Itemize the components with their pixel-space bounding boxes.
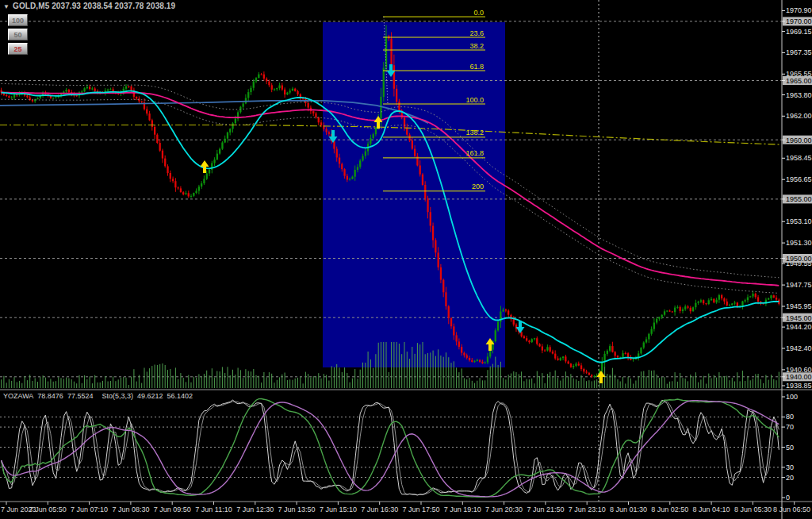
svg-text:1969.15: 1969.15 bbox=[786, 28, 812, 36]
svg-text:7 Jun 07:10: 7 Jun 07:10 bbox=[71, 506, 108, 513]
svg-text:8 Jun 06:50: 8 Jun 06:50 bbox=[773, 506, 810, 513]
svg-text:8 Jun 02:50: 8 Jun 02:50 bbox=[651, 506, 688, 513]
svg-text:1960.00: 1960.00 bbox=[786, 136, 812, 144]
svg-text:1962.00: 1962.00 bbox=[786, 112, 812, 120]
svg-text:8 Jun 05:30: 8 Jun 05:30 bbox=[734, 506, 772, 513]
svg-text:7 Jun 09:50: 7 Jun 09:50 bbox=[154, 506, 191, 513]
svg-text:7 Jun 17:50: 7 Jun 17:50 bbox=[402, 506, 439, 513]
svg-text:23.6: 23.6 bbox=[469, 29, 484, 37]
svg-text:7 Jun 21:50: 7 Jun 21:50 bbox=[527, 506, 564, 513]
svg-text:38.2: 38.2 bbox=[469, 42, 484, 50]
svg-text:1947.75: 1947.75 bbox=[786, 281, 812, 289]
svg-text:1945.95: 1945.95 bbox=[786, 302, 812, 310]
svg-text:80: 80 bbox=[786, 413, 794, 421]
indicator-header: YOZAWA78.847677.5524Sto(5,3,3)49.621256.… bbox=[3, 392, 197, 400]
svg-text:100.0: 100.0 bbox=[465, 96, 484, 104]
indicator-name: YOZAWA bbox=[3, 392, 33, 400]
svg-text:1940.00: 1940.00 bbox=[786, 373, 812, 381]
preset-button-100[interactable]: 100 bbox=[8, 14, 28, 26]
svg-text:7 Jun 11:10: 7 Jun 11:10 bbox=[195, 506, 232, 513]
stochastic-value-1: 49.6212 bbox=[137, 392, 163, 400]
up-arrow-icon bbox=[597, 371, 606, 383]
svg-text:1956.65: 1956.65 bbox=[786, 175, 812, 183]
svg-text:1965.00: 1965.00 bbox=[786, 77, 812, 85]
svg-text:1953.10: 1953.10 bbox=[786, 217, 812, 225]
svg-text:138.2: 138.2 bbox=[465, 129, 484, 136]
svg-text:1950.00: 1950.00 bbox=[786, 255, 812, 263]
svg-text:70: 70 bbox=[786, 423, 794, 431]
stochastic-value-2: 56.1402 bbox=[167, 392, 193, 400]
svg-text:7 Jun 19:10: 7 Jun 19:10 bbox=[444, 506, 481, 513]
indicator-value-1: 78.8476 bbox=[37, 392, 63, 400]
svg-text:1967.35: 1967.35 bbox=[786, 48, 812, 56]
chart-title-bar: ▼GOLD,M5 2037.93 2038.54 2037.78 2038.19 bbox=[3, 2, 175, 10]
svg-text:200: 200 bbox=[472, 183, 484, 190]
preset-button-50[interactable]: 50 bbox=[8, 29, 28, 40]
up-arrow-icon bbox=[201, 160, 209, 173]
svg-text:20: 20 bbox=[786, 474, 794, 482]
svg-text:100: 100 bbox=[786, 393, 798, 401]
svg-text:7 Jun 05:50: 7 Jun 05:50 bbox=[29, 506, 67, 513]
svg-text:7 Jun 23:10: 7 Jun 23:10 bbox=[569, 506, 606, 513]
svg-text:50: 50 bbox=[786, 444, 794, 452]
svg-text:7 Jun 12:30: 7 Jun 12:30 bbox=[236, 506, 274, 513]
svg-text:1970.90: 1970.90 bbox=[786, 6, 812, 14]
svg-text:30: 30 bbox=[786, 463, 794, 471]
svg-text:1938.85: 1938.85 bbox=[786, 382, 812, 390]
svg-text:7 Jun 20:30: 7 Jun 20:30 bbox=[485, 506, 523, 513]
chart-title: GOLD,M5 2037.93 2038.54 2037.78 2038.19 bbox=[13, 2, 175, 10]
indicator-value-2: 77.5524 bbox=[67, 392, 94, 400]
chart-canvas[interactable]: 0.023.638.261.8100.0138.2161.82001970.90… bbox=[0, 0, 812, 519]
svg-text:1944.20: 1944.20 bbox=[786, 323, 812, 331]
svg-text:8 Jun 04:10: 8 Jun 04:10 bbox=[693, 506, 730, 513]
svg-text:0.0: 0.0 bbox=[473, 9, 484, 17]
indicator-panel: 10080705030200 bbox=[0, 393, 798, 502]
svg-text:1958.45: 1958.45 bbox=[786, 154, 812, 162]
zoom-preset-buttons: 100 50 25 bbox=[8, 14, 28, 57]
svg-text:8 Jun 01:30: 8 Jun 01:30 bbox=[610, 506, 647, 513]
svg-text:7 Jun 08:30: 7 Jun 08:30 bbox=[112, 506, 149, 513]
svg-text:7 Jun 13:50: 7 Jun 13:50 bbox=[278, 506, 316, 513]
svg-text:61.8: 61.8 bbox=[469, 63, 484, 71]
svg-text:161.8: 161.8 bbox=[465, 149, 484, 157]
svg-text:1951.30: 1951.30 bbox=[786, 239, 812, 247]
highlight-region-layer bbox=[323, 22, 505, 367]
svg-text:7 Jun 15:10: 7 Jun 15:10 bbox=[320, 506, 357, 513]
time-axis: 7 Jun 20237 Jun 05:507 Jun 07:107 Jun 08… bbox=[1, 502, 810, 513]
svg-text:1942.40: 1942.40 bbox=[786, 344, 812, 352]
svg-text:1963.80: 1963.80 bbox=[786, 91, 812, 99]
svg-text:1945.00: 1945.00 bbox=[786, 314, 812, 322]
svg-text:1955.00: 1955.00 bbox=[786, 195, 812, 203]
svg-text:0: 0 bbox=[786, 494, 790, 502]
chart-window: 0.023.638.261.8100.0138.2161.82001970.90… bbox=[0, 0, 812, 519]
svg-text:1970.00: 1970.00 bbox=[786, 17, 812, 25]
stochastic-name: Sto(5,3,3) bbox=[102, 392, 133, 400]
preset-button-25[interactable]: 25 bbox=[8, 43, 28, 55]
symbol-dropdown-icon[interactable]: ▼ bbox=[3, 3, 10, 10]
svg-text:7 Jun 16:30: 7 Jun 16:30 bbox=[361, 506, 398, 513]
